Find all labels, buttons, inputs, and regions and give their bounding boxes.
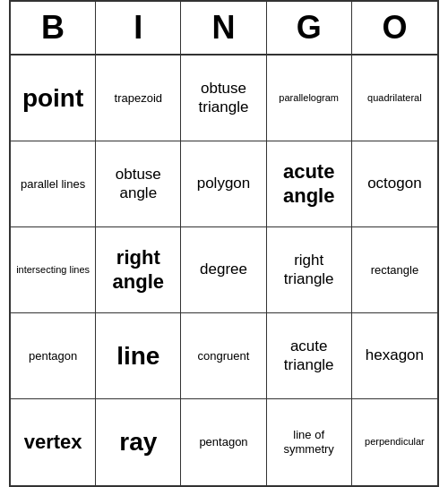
bingo-cell-16: line xyxy=(96,313,181,399)
bingo-cell-11: right angle xyxy=(96,227,181,313)
bingo-cell-7: polygon xyxy=(181,141,266,227)
bingo-cell-0: point xyxy=(11,56,96,141)
bingo-cell-5: parallel lines xyxy=(11,141,96,227)
bingo-cell-6: obtuse angle xyxy=(96,141,181,227)
bingo-grid: pointtrapezoidobtuse triangleparallelogr… xyxy=(11,56,437,485)
bingo-cell-2: obtuse triangle xyxy=(181,56,266,141)
header-letter-O: O xyxy=(352,2,437,54)
bingo-header: BINGO xyxy=(11,2,437,56)
bingo-cell-1: trapezoid xyxy=(96,56,181,141)
bingo-cell-17: congruent xyxy=(181,313,266,399)
bingo-cell-9: octogon xyxy=(352,141,437,227)
bingo-cell-4: quadrilateral xyxy=(352,56,437,141)
bingo-cell-14: rectangle xyxy=(352,227,437,313)
bingo-cell-15: pentagon xyxy=(11,313,96,399)
bingo-cell-19: hexagon xyxy=(352,313,437,399)
bingo-cell-24: perpendicular xyxy=(352,399,437,485)
bingo-cell-12: degree xyxy=(181,227,266,313)
bingo-cell-21: ray xyxy=(96,399,181,485)
bingo-cell-22: pentagon xyxy=(181,399,266,485)
header-letter-I: I xyxy=(96,2,181,54)
header-letter-B: B xyxy=(11,2,96,54)
bingo-cell-8: acute angle xyxy=(267,141,352,227)
bingo-cell-23: line of symmetry xyxy=(267,399,352,485)
bingo-cell-18: acute triangle xyxy=(267,313,352,399)
bingo-cell-20: vertex xyxy=(11,399,96,485)
header-letter-N: N xyxy=(181,2,266,54)
bingo-cell-13: right triangle xyxy=(267,227,352,313)
bingo-cell-10: intersecting lines xyxy=(11,227,96,313)
bingo-card: BINGO pointtrapezoidobtuse triangleparal… xyxy=(9,0,439,487)
header-letter-G: G xyxy=(267,2,352,54)
bingo-cell-3: parallelogram xyxy=(267,56,352,141)
